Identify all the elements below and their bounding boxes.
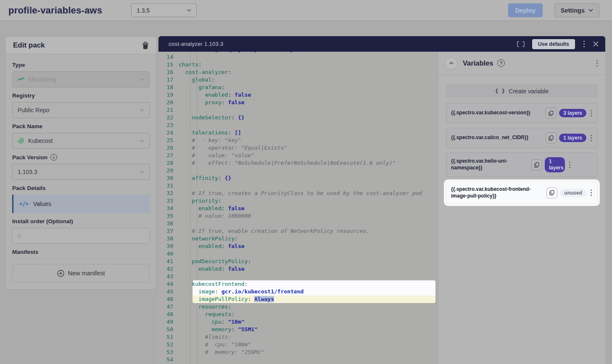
line-number: 49	[158, 318, 179, 326]
line-number: 18	[158, 84, 179, 91]
line-number: 42	[158, 265, 179, 273]
type-label: Type	[12, 62, 150, 68]
copy-variable-button[interactable]	[546, 187, 557, 198]
profile-version-select[interactable]: 1.3.5	[131, 3, 197, 17]
expand-icon	[517, 41, 525, 47]
kubecost-logo-icon	[18, 137, 24, 144]
code-text: # cpu: "100m"	[179, 341, 251, 348]
line-number: 35	[158, 212, 179, 220]
code-text: memory: "55Mi"	[179, 326, 258, 333]
create-variable-button[interactable]: { } Create variable	[446, 84, 598, 98]
code-line: 35 # value: 1000000	[158, 212, 438, 220]
code-line: 29	[158, 167, 438, 174]
code-text: charts:	[179, 61, 202, 69]
new-manifest-label: New manifest	[68, 270, 105, 277]
delete-pack-button[interactable]	[142, 42, 149, 49]
info-icon[interactable]: i	[50, 154, 57, 161]
code-line: 36	[158, 220, 438, 227]
code-line: 15charts:	[158, 61, 438, 69]
line-number: 38	[158, 235, 179, 243]
variable-name: {{.spectro.var.kubecost-version}}	[451, 110, 543, 116]
line-number: 36	[158, 220, 179, 227]
settings-button[interactable]: Settings	[554, 3, 599, 17]
line-number: 28	[158, 159, 179, 167]
expand-editor-button[interactable]	[517, 41, 525, 47]
page-title: profile-variables-aws	[8, 5, 131, 16]
copy-icon	[549, 190, 554, 195]
code-text: cost-analyzer:	[179, 69, 231, 76]
editor-menu-icon[interactable]	[583, 40, 586, 48]
chevron-down-icon	[588, 9, 593, 12]
variable-menu-icon[interactable]	[568, 161, 571, 169]
code-text: requests:	[179, 311, 235, 318]
code-line: 19 enabled: false	[158, 91, 438, 99]
profile-version-value: 1.3.5	[137, 7, 150, 14]
values-tab[interactable]: </> Values	[12, 195, 150, 213]
chevron-down-icon	[140, 78, 144, 81]
code-line: 28 # effect: "NoSchedule|PreferNoSchedul…	[158, 159, 438, 167]
code-text: cpu: "10m"	[179, 318, 245, 326]
close-editor-button[interactable]	[593, 41, 599, 47]
code-line: 41 podSecurityPolicy:	[158, 258, 438, 265]
code-line: 14	[158, 53, 438, 61]
pack-version-select[interactable]: 1.103.3	[12, 164, 150, 180]
pack-version-label: Pack Version i	[12, 154, 150, 161]
code-line: 39 enabled: false	[158, 243, 438, 250]
code-line: 49 cpu: "10m"	[158, 318, 438, 326]
code-text: global:	[179, 76, 215, 84]
collapse-variables-button[interactable]	[445, 57, 457, 69]
code-line: 26 # operator: "Equal|Exists"	[158, 144, 438, 152]
use-defaults-button[interactable]: Use defaults	[532, 39, 575, 49]
variable-name: {{.spectro.var.kubecost-frontend-image-p…	[451, 186, 544, 199]
code-line: 45 image: gcr.io/kubecost1/frontend	[158, 288, 438, 295]
code-text: # If true, enable creation of NetworkPol…	[179, 227, 369, 235]
install-order-label: Install order (Optional)	[12, 218, 150, 224]
line-number: 54	[158, 356, 179, 364]
code-text: # value: 1000000	[179, 212, 251, 220]
variables-menu-icon[interactable]	[596, 59, 599, 67]
code-text: enabled: false	[179, 265, 245, 273]
copy-variable-button[interactable]	[546, 108, 557, 119]
code-text: podSecurityPolicy:	[179, 258, 251, 265]
variable-list: {{.spectro.var.kubecost-version}}3 layer…	[446, 103, 598, 204]
variable-menu-icon[interactable]	[590, 189, 593, 197]
registry-label: Registry	[12, 92, 150, 99]
code-editor[interactable]: 13 image: quay.io/prometheus/prometheus:…	[158, 52, 438, 364]
new-manifest-button[interactable]: New manifest	[12, 264, 150, 282]
variable-item[interactable]: {{.spectro.var.kubecost-version}}3 layer…	[446, 103, 598, 123]
code-line: 37 # If true, enable creation of Network…	[158, 227, 438, 235]
code-line: 47 resources:	[158, 303, 438, 311]
variable-item[interactable]: {{.spectro.var.kubecost-frontend-image-p…	[446, 182, 598, 204]
deploy-button[interactable]: Deploy	[508, 3, 543, 17]
variable-menu-icon[interactable]	[590, 109, 593, 117]
code-line: 27 # value: "value"	[158, 152, 438, 159]
code-line: 40	[158, 250, 438, 258]
variable-item[interactable]: {{.spectro.var.calico_net_CIDR}}1 layers	[446, 128, 598, 148]
line-number: 22	[158, 114, 179, 121]
variable-menu-icon[interactable]	[590, 134, 593, 142]
chevron-down-icon	[140, 171, 144, 174]
code-line: 25 # - key: "key"	[158, 137, 438, 144]
code-line: 51 #limits:	[158, 333, 438, 341]
install-order-input[interactable]	[12, 228, 150, 244]
code-line: 22 nodeSelector: {}	[158, 114, 438, 121]
code-line: 24 tolerations: []	[158, 129, 438, 137]
copy-variable-button[interactable]	[531, 159, 542, 170]
registry-select[interactable]: Public Repo	[12, 102, 150, 118]
code-text: # effect: "NoSchedule|PreferNoSchedule|N…	[179, 159, 396, 167]
line-number: 24	[158, 129, 179, 137]
line-number: 25	[158, 137, 179, 144]
variable-item[interactable]: {{.spectro.var.hello-uni-namespace}}1 la…	[446, 153, 598, 177]
edit-pack-panel: Edit pack Type Monitoring Registry Publi…	[5, 36, 157, 290]
type-select: Monitoring	[12, 71, 150, 87]
pack-name-select[interactable]: Kubecost	[12, 133, 150, 149]
line-number: 29	[158, 167, 179, 174]
line-number: 48	[158, 311, 179, 318]
chevron-up-icon	[449, 61, 454, 65]
help-icon[interactable]: ?	[497, 59, 505, 67]
copy-variable-button[interactable]	[546, 132, 557, 143]
line-number: 45	[158, 288, 179, 295]
layers-badge: 1 layers	[559, 134, 586, 142]
code-text: # If true, creates a PriorityClass to be…	[179, 190, 422, 197]
line-number: 37	[158, 227, 179, 235]
